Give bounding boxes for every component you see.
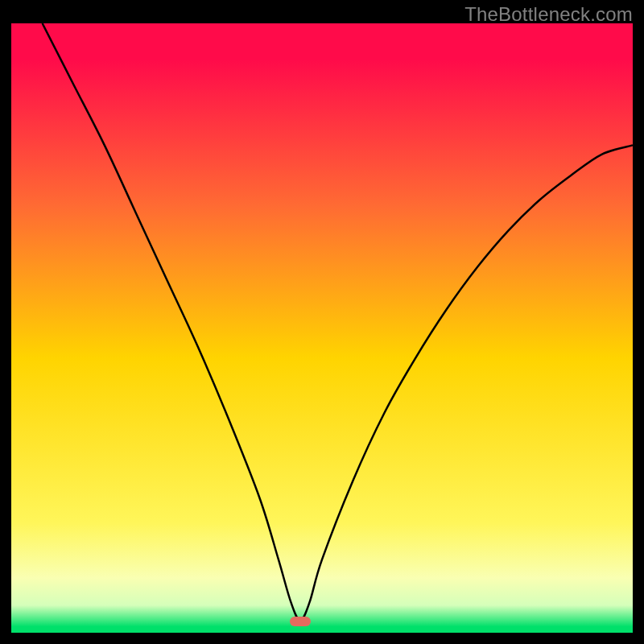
watermark-text: TheBottleneck.com	[464, 3, 633, 26]
bottleneck-curve	[11, 23, 633, 633]
chart-frame	[11, 23, 633, 633]
min-marker	[290, 617, 311, 626]
curve-path	[43, 23, 633, 621]
